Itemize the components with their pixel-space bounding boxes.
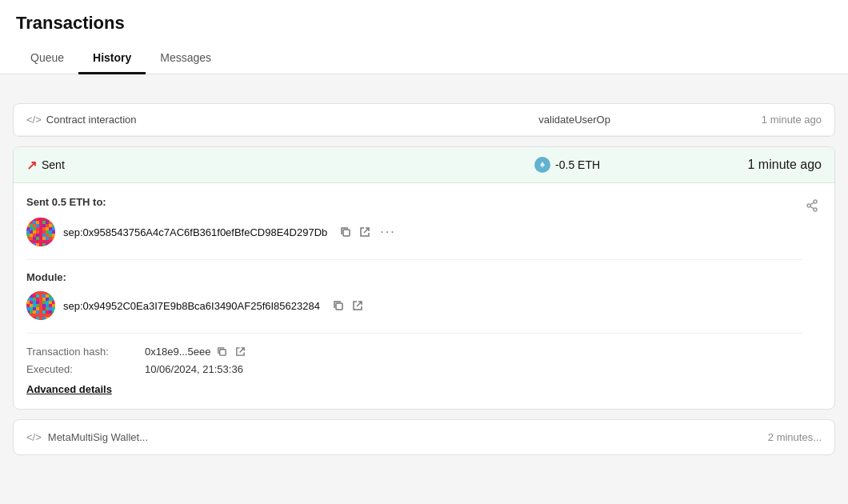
tab-history[interactable]: History: [78, 43, 146, 74]
module-avatar: [26, 291, 55, 320]
meta-section: Transaction hash: 0x18e9...5eee: [26, 345, 802, 375]
module-label: Module:: [26, 271, 802, 283]
sent-arrow-icon: ↗: [26, 158, 37, 173]
executed-row: Executed: 10/06/2024, 21:53:36: [26, 363, 802, 375]
svg-point-7: [814, 200, 817, 203]
executed-label: Executed:: [26, 363, 138, 375]
tx-hash-row: Transaction hash: 0x18e9...5eee: [26, 345, 802, 358]
svg-line-4: [357, 302, 362, 306]
tab-messages[interactable]: Messages: [146, 43, 226, 74]
recipient-address-row: sep:0x958543756A4c7AC6fB361f0efBfeCD98E4…: [26, 218, 802, 246]
contract-interaction-label: Contract interaction: [46, 114, 137, 126]
open-module-button[interactable]: [350, 298, 365, 313]
svg-point-8: [814, 208, 817, 211]
sent-header-row: ↗ Sent -0.5 ETH 1 minute ago: [14, 147, 834, 183]
header: Transactions Queue History Messages: [0, 0, 848, 74]
bottom-type-label: MetaMultiSig Wallet...: [48, 431, 148, 443]
code-icon: </>: [26, 114, 42, 126]
recipient-avatar: [26, 218, 55, 246]
module-address-row: sep:0x94952C0Ea3I7E9b8Bca6I3490AF25f6I85…: [26, 291, 802, 320]
sent-transaction-card: ↗ Sent -0.5 ETH 1 minute ago: [13, 146, 835, 410]
recipient-address-icons: ···: [338, 223, 398, 241]
open-recipient-button[interactable]: [358, 225, 372, 239]
svg-rect-5: [220, 350, 226, 355]
page-title: Transactions: [16, 13, 832, 34]
tab-queue[interactable]: Queue: [16, 43, 78, 74]
tx-time-sent: 1 minute ago: [748, 158, 822, 172]
bottom-type-icon: </>: [26, 431, 42, 443]
divider: [26, 333, 802, 334]
sent-text: Sent: [42, 158, 65, 171]
eth-icon: [534, 157, 550, 173]
copy-recipient-button[interactable]: [338, 225, 353, 239]
svg-rect-3: [336, 303, 342, 310]
executed-value: 10/06/2024, 21:53:36: [145, 363, 243, 375]
sent-to-suffix: to:: [90, 196, 106, 208]
sent-to-prefix: Sent: [26, 196, 52, 208]
bottom-card-time: 2 minutes...: [768, 431, 822, 443]
bottom-card-peek: </> MetaMultiSig Wallet... 2 minutes...: [13, 419, 835, 455]
tx-time-contract: 1 minute ago: [762, 114, 822, 126]
bottom-card-type: </> MetaMultiSig Wallet...: [26, 431, 148, 443]
tx-detail-body: Sent 0.5 ETH to: sep:0x958543756A4c7AC6f…: [14, 183, 834, 409]
svg-line-11: [810, 206, 814, 209]
sent-amount-text: -0.5 ETH: [555, 158, 600, 171]
copy-txhash-button[interactable]: [215, 345, 229, 358]
share-icon-container: [802, 196, 822, 218]
more-options-button[interactable]: ···: [377, 223, 398, 241]
sent-to-amount: 0.5 ETH: [52, 196, 90, 208]
contract-interaction-row: </> Contract interaction validateUserOp …: [14, 104, 834, 136]
tabs-container: Queue History Messages: [16, 43, 832, 74]
svg-line-2: [364, 228, 369, 233]
contract-interaction-card: </> Contract interaction validateUserOp …: [13, 103, 835, 137]
tx-method: validateUserOp: [394, 114, 754, 126]
copy-module-button[interactable]: [331, 298, 346, 313]
advanced-details-link[interactable]: Advanced details: [26, 383, 112, 395]
svg-point-9: [807, 204, 810, 207]
module-section: Module: sep:0x94952C0Ea3I7E9b8Bca6I3490A…: [26, 259, 802, 320]
sent-to-line: Sent 0.5 ETH to:: [26, 196, 802, 208]
recipient-address: sep:0x958543756A4c7AC6fB361f0efBfeCD98E4…: [63, 226, 327, 238]
module-address: sep:0x94952C0Ea3I7E9b8Bca6I3490AF25f6I85…: [63, 300, 320, 312]
tx-hash-value: 0x18e9...5eee: [145, 345, 247, 358]
open-txhash-button[interactable]: [234, 345, 247, 358]
sent-amount: -0.5 ETH: [387, 157, 748, 173]
tx-type-contract: </> Contract interaction: [26, 114, 387, 126]
share-button[interactable]: [802, 196, 822, 218]
tx-hash-label: Transaction hash:: [26, 346, 138, 358]
svg-rect-1: [343, 230, 350, 236]
svg-line-6: [240, 348, 245, 353]
svg-line-10: [810, 202, 814, 205]
sent-label: ↗ Sent: [26, 158, 387, 173]
content-area: </> Contract interaction validateUserOp …: [0, 74, 848, 468]
module-address-icons: [331, 298, 365, 313]
